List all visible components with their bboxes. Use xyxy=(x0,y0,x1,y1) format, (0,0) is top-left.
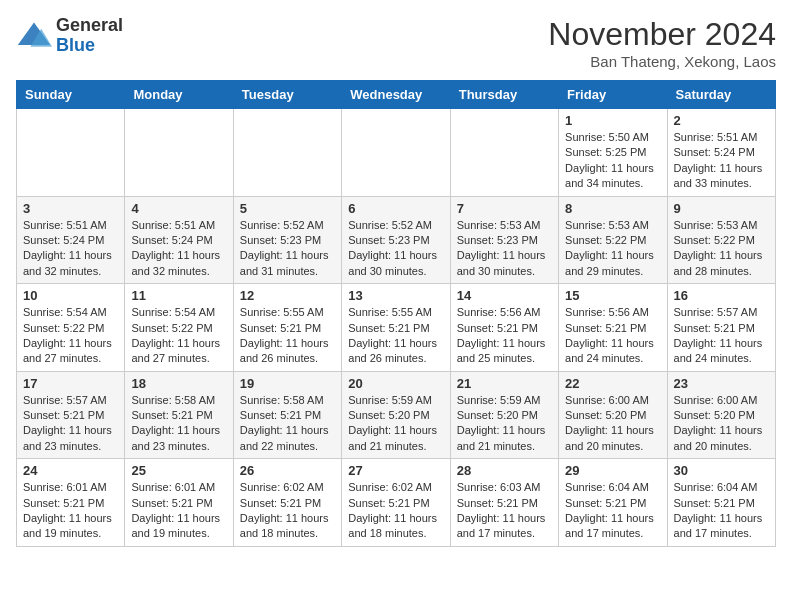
day-number: 29 xyxy=(565,463,660,478)
day-info: Sunrise: 5:53 AM xyxy=(674,218,769,233)
day-number: 5 xyxy=(240,201,335,216)
calendar-cell xyxy=(342,109,450,197)
day-info: Sunset: 5:24 PM xyxy=(23,233,118,248)
day-number: 13 xyxy=(348,288,443,303)
day-info: Sunrise: 5:52 AM xyxy=(348,218,443,233)
calendar-table: SundayMondayTuesdayWednesdayThursdayFrid… xyxy=(16,80,776,547)
day-info: Sunset: 5:21 PM xyxy=(565,496,660,511)
calendar-cell xyxy=(17,109,125,197)
day-info: Daylight: 11 hours and 30 minutes. xyxy=(348,248,443,279)
day-number: 12 xyxy=(240,288,335,303)
day-info: Sunset: 5:21 PM xyxy=(565,321,660,336)
day-info: Sunset: 5:21 PM xyxy=(240,408,335,423)
day-info: Daylight: 11 hours and 25 minutes. xyxy=(457,336,552,367)
calendar-cell: 28Sunrise: 6:03 AMSunset: 5:21 PMDayligh… xyxy=(450,459,558,547)
day-info: Sunrise: 5:54 AM xyxy=(131,305,226,320)
logo-icon xyxy=(16,18,52,54)
day-number: 19 xyxy=(240,376,335,391)
day-number: 30 xyxy=(674,463,769,478)
day-info: Sunset: 5:21 PM xyxy=(348,321,443,336)
day-info: Daylight: 11 hours and 24 minutes. xyxy=(565,336,660,367)
day-info: Daylight: 11 hours and 24 minutes. xyxy=(674,336,769,367)
calendar-cell: 5Sunrise: 5:52 AMSunset: 5:23 PMDaylight… xyxy=(233,196,341,284)
day-info: Sunset: 5:21 PM xyxy=(131,496,226,511)
calendar-cell: 4Sunrise: 5:51 AMSunset: 5:24 PMDaylight… xyxy=(125,196,233,284)
day-info: Daylight: 11 hours and 34 minutes. xyxy=(565,161,660,192)
day-info: Sunrise: 5:59 AM xyxy=(348,393,443,408)
day-info: Sunset: 5:21 PM xyxy=(674,321,769,336)
calendar-cell: 24Sunrise: 6:01 AMSunset: 5:21 PMDayligh… xyxy=(17,459,125,547)
day-info: Sunset: 5:25 PM xyxy=(565,145,660,160)
day-info: Daylight: 11 hours and 32 minutes. xyxy=(23,248,118,279)
calendar-cell: 14Sunrise: 5:56 AMSunset: 5:21 PMDayligh… xyxy=(450,284,558,372)
day-info: Sunset: 5:22 PM xyxy=(23,321,118,336)
calendar-cell: 11Sunrise: 5:54 AMSunset: 5:22 PMDayligh… xyxy=(125,284,233,372)
calendar-week-row: 1Sunrise: 5:50 AMSunset: 5:25 PMDaylight… xyxy=(17,109,776,197)
day-of-week-header: Saturday xyxy=(667,81,775,109)
day-info: Sunrise: 6:03 AM xyxy=(457,480,552,495)
calendar-cell: 16Sunrise: 5:57 AMSunset: 5:21 PMDayligh… xyxy=(667,284,775,372)
day-number: 17 xyxy=(23,376,118,391)
calendar-cell: 9Sunrise: 5:53 AMSunset: 5:22 PMDaylight… xyxy=(667,196,775,284)
calendar-cell: 12Sunrise: 5:55 AMSunset: 5:21 PMDayligh… xyxy=(233,284,341,372)
calendar-cell: 27Sunrise: 6:02 AMSunset: 5:21 PMDayligh… xyxy=(342,459,450,547)
day-info: Sunrise: 5:55 AM xyxy=(240,305,335,320)
day-number: 18 xyxy=(131,376,226,391)
day-number: 27 xyxy=(348,463,443,478)
day-info: Sunrise: 5:57 AM xyxy=(23,393,118,408)
calendar-cell: 8Sunrise: 5:53 AMSunset: 5:22 PMDaylight… xyxy=(559,196,667,284)
calendar-week-row: 17Sunrise: 5:57 AMSunset: 5:21 PMDayligh… xyxy=(17,371,776,459)
day-info: Sunrise: 6:02 AM xyxy=(348,480,443,495)
day-info: Sunset: 5:22 PM xyxy=(131,321,226,336)
day-info: Sunset: 5:21 PM xyxy=(348,496,443,511)
calendar-body: 1Sunrise: 5:50 AMSunset: 5:25 PMDaylight… xyxy=(17,109,776,547)
day-of-week-header: Monday xyxy=(125,81,233,109)
day-number: 15 xyxy=(565,288,660,303)
calendar-cell: 7Sunrise: 5:53 AMSunset: 5:23 PMDaylight… xyxy=(450,196,558,284)
days-of-week-row: SundayMondayTuesdayWednesdayThursdayFrid… xyxy=(17,81,776,109)
day-number: 16 xyxy=(674,288,769,303)
day-info: Sunset: 5:24 PM xyxy=(131,233,226,248)
day-info: Sunrise: 5:58 AM xyxy=(131,393,226,408)
day-of-week-header: Sunday xyxy=(17,81,125,109)
calendar-cell: 26Sunrise: 6:02 AMSunset: 5:21 PMDayligh… xyxy=(233,459,341,547)
day-number: 7 xyxy=(457,201,552,216)
calendar-cell: 21Sunrise: 5:59 AMSunset: 5:20 PMDayligh… xyxy=(450,371,558,459)
day-number: 20 xyxy=(348,376,443,391)
day-info: Sunrise: 5:59 AM xyxy=(457,393,552,408)
day-info: Daylight: 11 hours and 17 minutes. xyxy=(674,511,769,542)
day-info: Sunset: 5:20 PM xyxy=(348,408,443,423)
day-info: Sunset: 5:21 PM xyxy=(457,321,552,336)
logo: General Blue xyxy=(16,16,123,56)
day-info: Sunrise: 6:01 AM xyxy=(23,480,118,495)
location: Ban Thateng, Xekong, Laos xyxy=(548,53,776,70)
day-info: Sunrise: 5:51 AM xyxy=(674,130,769,145)
day-number: 9 xyxy=(674,201,769,216)
day-info: Sunset: 5:23 PM xyxy=(240,233,335,248)
day-info: Sunrise: 6:04 AM xyxy=(565,480,660,495)
day-info: Sunrise: 5:53 AM xyxy=(565,218,660,233)
day-info: Daylight: 11 hours and 18 minutes. xyxy=(240,511,335,542)
day-number: 21 xyxy=(457,376,552,391)
day-info: Daylight: 11 hours and 20 minutes. xyxy=(674,423,769,454)
day-info: Sunset: 5:20 PM xyxy=(674,408,769,423)
day-info: Daylight: 11 hours and 26 minutes. xyxy=(240,336,335,367)
day-of-week-header: Friday xyxy=(559,81,667,109)
day-number: 8 xyxy=(565,201,660,216)
day-info: Sunset: 5:23 PM xyxy=(457,233,552,248)
day-number: 10 xyxy=(23,288,118,303)
day-info: Sunrise: 5:56 AM xyxy=(565,305,660,320)
calendar-cell xyxy=(233,109,341,197)
day-info: Daylight: 11 hours and 23 minutes. xyxy=(131,423,226,454)
day-info: Sunset: 5:24 PM xyxy=(674,145,769,160)
day-info: Sunset: 5:21 PM xyxy=(457,496,552,511)
day-number: 11 xyxy=(131,288,226,303)
day-number: 26 xyxy=(240,463,335,478)
day-info: Sunrise: 6:01 AM xyxy=(131,480,226,495)
day-info: Sunrise: 6:04 AM xyxy=(674,480,769,495)
calendar-cell: 15Sunrise: 5:56 AMSunset: 5:21 PMDayligh… xyxy=(559,284,667,372)
calendar-cell: 30Sunrise: 6:04 AMSunset: 5:21 PMDayligh… xyxy=(667,459,775,547)
calendar-cell: 10Sunrise: 5:54 AMSunset: 5:22 PMDayligh… xyxy=(17,284,125,372)
calendar-cell xyxy=(450,109,558,197)
calendar-cell: 29Sunrise: 6:04 AMSunset: 5:21 PMDayligh… xyxy=(559,459,667,547)
